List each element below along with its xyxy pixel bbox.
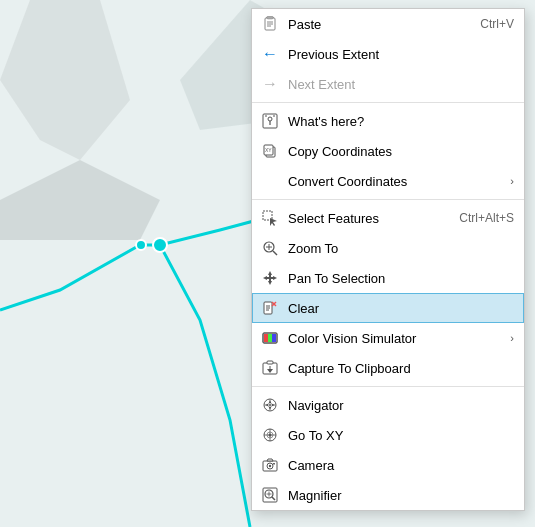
menu-item-zoom-to[interactable]: Zoom To (252, 233, 524, 263)
pan-to-selection-label: Pan To Selection (288, 271, 514, 286)
copy-coords-icon: XY (260, 141, 280, 161)
menu-item-copy-coordinates[interactable]: XY Copy Coordinates (252, 136, 524, 166)
menu-item-color-vision[interactable]: Color Vision Simulator › (252, 323, 524, 353)
select-features-label: Select Features (288, 211, 439, 226)
svg-marker-21 (270, 218, 277, 226)
magnifier-label: Magnifier (288, 488, 514, 503)
svg-rect-35 (268, 334, 272, 342)
menu-item-clear[interactable]: Clear (252, 293, 524, 323)
svg-rect-57 (273, 463, 275, 465)
convert-coords-arrow-icon: › (510, 175, 514, 187)
menu-item-convert-coordinates[interactable]: Convert Coordinates › (252, 166, 524, 196)
camera-icon (260, 455, 280, 475)
color-vision-arrow-icon: › (510, 332, 514, 344)
magnifier-icon (260, 485, 280, 505)
color-vision-icon (260, 328, 280, 348)
color-vision-label: Color Vision Simulator (288, 331, 510, 346)
svg-marker-1 (0, 0, 130, 160)
svg-rect-36 (272, 334, 276, 342)
zoom-to-label: Zoom To (288, 241, 514, 256)
menu-item-select-features[interactable]: Select Features Ctrl+Alt+S (252, 203, 524, 233)
svg-marker-0 (0, 160, 160, 240)
copy-coordinates-label: Copy Coordinates (288, 144, 514, 159)
menu-item-navigator[interactable]: Navigator (252, 390, 524, 420)
svg-rect-34 (264, 334, 268, 342)
svg-rect-39 (267, 361, 273, 364)
svg-point-3 (153, 238, 167, 252)
svg-point-47 (269, 404, 271, 406)
zoom-to-icon (260, 238, 280, 258)
convert-coordinates-label: Convert Coordinates (288, 174, 510, 189)
svg-line-23 (273, 251, 277, 255)
convert-coords-icon (260, 171, 280, 191)
forward-arrow-icon: → (260, 74, 280, 94)
svg-point-56 (269, 465, 271, 467)
capture-clipboard-label: Capture To Clipboard (288, 361, 514, 376)
paste-shortcut: Ctrl+V (480, 17, 514, 31)
menu-item-pan-to-selection[interactable]: Pan To Selection (252, 263, 524, 293)
separator-1 (252, 102, 524, 103)
navigator-icon (260, 395, 280, 415)
menu-item-camera[interactable]: Camera (252, 450, 524, 480)
previous-extent-label: Previous Extent (288, 47, 514, 62)
separator-2 (252, 199, 524, 200)
menu-item-paste[interactable]: Paste Ctrl+V (252, 9, 524, 39)
menu-item-previous-extent[interactable]: ← Previous Extent (252, 39, 524, 69)
whats-here-label: What's here? (288, 114, 514, 129)
clear-icon (260, 298, 280, 318)
menu-item-go-to-xy[interactable]: Go To XY (252, 420, 524, 450)
svg-marker-54 (267, 459, 273, 461)
menu-item-next-extent[interactable]: → Next Extent (252, 69, 524, 99)
go-to-xy-label: Go To XY (288, 428, 514, 443)
menu-item-whats-here[interactable]: What's here? (252, 106, 524, 136)
paste-label: Paste (288, 17, 460, 32)
back-arrow-icon: ← (260, 44, 280, 64)
menu-item-capture-clipboard[interactable]: Capture To Clipboard (252, 353, 524, 383)
select-features-icon (260, 208, 280, 228)
context-menu: Paste Ctrl+V ← Previous Extent → Next Ex… (251, 8, 525, 511)
svg-point-4 (136, 240, 146, 250)
menu-item-magnifier[interactable]: Magnifier (252, 480, 524, 510)
paste-icon (260, 14, 280, 34)
go-to-xy-icon (260, 425, 280, 445)
capture-clipboard-icon (260, 358, 280, 378)
svg-marker-26 (263, 271, 277, 285)
pan-to-selection-icon (260, 268, 280, 288)
svg-rect-8 (267, 16, 273, 19)
separator-3 (252, 386, 524, 387)
next-extent-label: Next Extent (288, 77, 514, 92)
clear-label: Clear (288, 301, 514, 316)
select-features-shortcut: Ctrl+Alt+S (459, 211, 514, 225)
navigator-label: Navigator (288, 398, 514, 413)
svg-text:XY: XY (265, 147, 272, 153)
whats-here-icon (260, 111, 280, 131)
camera-label: Camera (288, 458, 514, 473)
svg-point-51 (269, 434, 272, 437)
